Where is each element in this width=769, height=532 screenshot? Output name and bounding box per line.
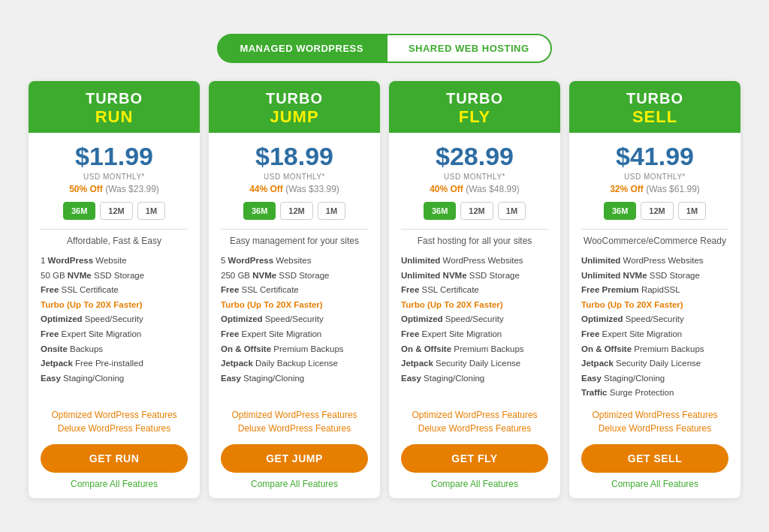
- card-body-fly: $28.99 USD MONTHLY* 40% Off (Was $48.99)…: [389, 133, 560, 497]
- get-btn-fly[interactable]: GET FLY: [401, 444, 548, 473]
- feature-bold: Onsite: [41, 344, 68, 353]
- period-btn-36m-jump[interactable]: 36M: [243, 202, 276, 220]
- turbo-label-fly: TURBO: [389, 90, 560, 107]
- compare-link-run[interactable]: Compare All Features: [41, 479, 188, 489]
- compare-link-fly[interactable]: Compare All Features: [401, 479, 548, 489]
- period-btn-12m-jump[interactable]: 12M: [280, 202, 312, 220]
- turbo-label-jump: TURBO: [209, 90, 380, 107]
- tab-bar: MANAGED WORDPRESSSHARED WEB HOSTING: [23, 34, 746, 63]
- feature-bold: Easy: [41, 374, 61, 383]
- compare-link-sell[interactable]: Compare All Features: [581, 479, 728, 489]
- off-label-sell: 32% Off: [610, 184, 644, 194]
- period-btn-1m-sell[interactable]: 1M: [678, 202, 706, 220]
- off-label-run: 50% Off: [69, 184, 103, 194]
- feature-item-fly-8: Easy Staging/Cloning: [401, 371, 548, 386]
- feature-link-sell-0[interactable]: Optimized WordPress Features: [581, 410, 728, 420]
- feature-bold: Unlimited NVMe: [581, 271, 647, 280]
- plan-name-run: RUN: [29, 107, 200, 127]
- tab-managed[interactable]: MANAGED WORDPRESS: [217, 34, 386, 63]
- tagline-jump: Easy management for your sites: [221, 229, 368, 246]
- feature-item-sell-2: Free Premium RapidSSL: [581, 283, 728, 298]
- feature-item-fly-7: Jetpack Security Daily License: [401, 356, 548, 371]
- features-list-run: 1 WordPress Website50 GB NVMe SSD Storag…: [41, 254, 188, 400]
- period-btn-1m-run[interactable]: 1M: [137, 202, 165, 220]
- period-btn-12m-sell[interactable]: 12M: [641, 202, 673, 220]
- feature-item-sell-0: Unlimited WordPress Websites: [581, 254, 728, 269]
- feature-link-jump-0[interactable]: Optimized WordPress Features: [221, 410, 368, 420]
- discount-jump: 44% Off (Was $33.99): [221, 184, 368, 194]
- feature-link-jump-1[interactable]: Deluxe WordPress Features: [221, 423, 368, 434]
- period-btn-36m-fly[interactable]: 36M: [424, 202, 456, 220]
- feature-item-fly-3: Turbo (Up To 20X Faster): [401, 298, 548, 313]
- feature-link-sell-1[interactable]: Deluxe WordPress Features: [581, 423, 728, 434]
- card-body-sell: $41.99 USD MONTHLY* 32% Off (Was $61.99)…: [569, 133, 740, 497]
- feature-bold: Free: [41, 285, 59, 294]
- period-btn-1m-fly[interactable]: 1M: [498, 202, 526, 220]
- period-btn-36m-run[interactable]: 36M: [63, 202, 95, 220]
- feature-bold: On & Offsite: [401, 344, 451, 353]
- period-btns-run: 36M12M1M: [41, 202, 188, 220]
- was-label-jump: (Was $33.99): [285, 184, 339, 194]
- tab-shared[interactable]: SHARED WEB HOSTING: [386, 34, 552, 63]
- feature-item-run-6: Onsite Backups: [41, 342, 188, 357]
- feature-bold: Easy: [401, 374, 421, 383]
- feature-bold: NVMe: [68, 271, 92, 280]
- feature-bold: Optimized: [401, 314, 443, 323]
- period-btn-36m-sell[interactable]: 36M: [604, 202, 636, 220]
- feature-bold: Free: [41, 329, 59, 338]
- feature-bold: Traffic: [581, 388, 608, 397]
- feature-bold: Free: [221, 285, 239, 294]
- price-run: $11.99: [41, 142, 188, 171]
- links-section-fly: Optimized WordPress FeaturesDeluxe WordP…: [401, 410, 548, 437]
- feature-bold: Jetpack: [401, 359, 433, 368]
- feature-link-fly-1[interactable]: Deluxe WordPress Features: [401, 423, 548, 434]
- page-wrapper: MANAGED WORDPRESSSHARED WEB HOSTING TURB…: [15, 19, 754, 512]
- feature-bold: Easy: [221, 374, 241, 383]
- price-sub-run: USD MONTHLY*: [41, 173, 188, 181]
- feature-item-fly-0: Unlimited WordPress Websites: [401, 254, 548, 269]
- feature-item-sell-8: Easy Staging/Cloning: [581, 371, 728, 386]
- feature-orange: Turbo (Up To 20X Faster): [221, 300, 323, 309]
- feature-item-fly-5: Free Expert Site Migration: [401, 327, 548, 342]
- was-label-run: (Was $23.99): [105, 184, 159, 194]
- feature-item-sell-7: Jetpack Security Daily License: [581, 356, 728, 371]
- off-label-jump: 44% Off: [249, 184, 283, 194]
- feature-bold: Free: [581, 329, 599, 338]
- turbo-label-sell: TURBO: [569, 90, 740, 107]
- feature-item-sell-9: Traffic Surge Protection: [581, 386, 728, 401]
- card-body-jump: $18.99 USD MONTHLY* 44% Off (Was $33.99)…: [209, 133, 380, 497]
- get-btn-run[interactable]: GET RUN: [41, 444, 188, 473]
- feature-link-run-1[interactable]: Deluxe WordPress Features: [41, 423, 188, 434]
- feature-item-run-0: 1 WordPress Website: [41, 254, 188, 269]
- price-sub-fly: USD MONTHLY*: [401, 173, 548, 181]
- was-label-sell: (Was $61.99): [646, 184, 700, 194]
- period-btn-12m-fly[interactable]: 12M: [460, 202, 493, 220]
- plan-name-fly: FLY: [389, 107, 560, 127]
- feature-orange: Turbo (Up To 20X Faster): [401, 300, 503, 309]
- compare-link-jump[interactable]: Compare All Features: [221, 479, 368, 489]
- period-btn-12m-run[interactable]: 12M: [100, 202, 132, 220]
- feature-item-sell-5: Free Expert Site Migration: [581, 327, 728, 342]
- feature-bold: Unlimited NVMe: [401, 271, 467, 280]
- card-header-run: TURBO RUN: [29, 81, 200, 133]
- feature-item-run-2: Free SSL Certificate: [41, 283, 188, 298]
- feature-item-jump-7: Jetpack Daily Backup License: [221, 356, 368, 371]
- feature-bold: Unlimited: [401, 256, 440, 265]
- feature-item-run-3: Turbo (Up To 20X Faster): [41, 298, 188, 313]
- plan-name-sell: SELL: [569, 107, 740, 127]
- feature-bold: Free: [401, 329, 419, 338]
- feature-item-sell-6: On & Offsite Premium Backups: [581, 342, 728, 357]
- feature-item-fly-4: Optimized Speed/Security: [401, 312, 548, 327]
- plan-card-fly: TURBO FLY $28.99 USD MONTHLY* 40% Off (W…: [389, 81, 560, 497]
- feature-link-fly-0[interactable]: Optimized WordPress Features: [401, 410, 548, 420]
- card-header-jump: TURBO JUMP: [209, 81, 380, 133]
- feature-item-run-7: Jetpack Free Pre-installed: [41, 356, 188, 371]
- feature-item-jump-8: Easy Staging/Cloning: [221, 371, 368, 386]
- feature-link-run-0[interactable]: Optimized WordPress Features: [41, 410, 188, 420]
- period-btns-jump: 36M12M1M: [221, 202, 368, 220]
- get-btn-sell[interactable]: GET SELL: [581, 444, 728, 473]
- price-sub-sell: USD MONTHLY*: [581, 173, 728, 181]
- period-btn-1m-jump[interactable]: 1M: [318, 202, 345, 220]
- feature-bold: Optimized: [41, 314, 83, 323]
- get-btn-jump[interactable]: GET JUMP: [221, 444, 368, 473]
